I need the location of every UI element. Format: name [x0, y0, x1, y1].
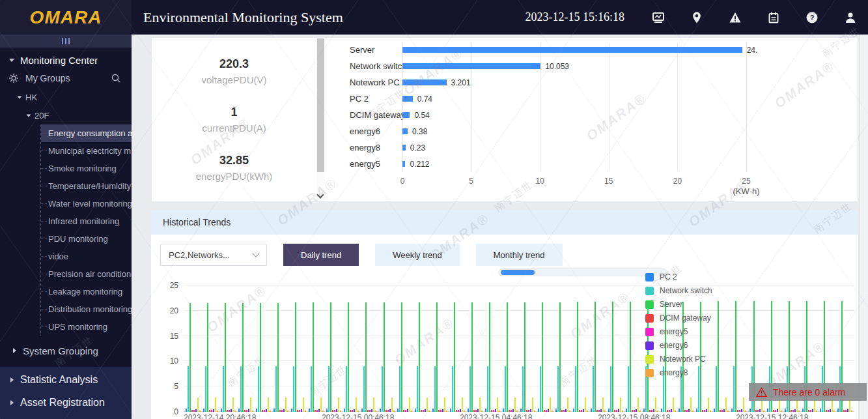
bar[interactable] [516, 411, 518, 412]
bar[interactable] [454, 302, 455, 412]
location-icon[interactable] [690, 10, 704, 25]
bar[interactable] [555, 409, 557, 412]
bar[interactable] [830, 409, 831, 412]
bar[interactable] [522, 366, 524, 412]
legend-item[interactable]: PC 2 [645, 272, 712, 282]
legend-item[interactable]: energy6 [645, 341, 712, 350]
bar[interactable] [851, 411, 852, 412]
help-icon[interactable]: ? [805, 10, 819, 25]
tree-item[interactable]: Water level monitoring [41, 195, 132, 212]
bar[interactable] [456, 410, 457, 412]
bar[interactable] [365, 302, 367, 412]
tree-item[interactable]: Energy consumption an [41, 124, 132, 142]
bar[interactable] [706, 409, 707, 412]
bar[interactable] [303, 397, 304, 412]
bar[interactable] [626, 409, 627, 412]
bar[interactable] [336, 409, 337, 412]
bar[interactable] [450, 409, 451, 412]
bar[interactable] [802, 409, 804, 412]
bar[interactable] [227, 410, 228, 412]
bar[interactable] [526, 410, 527, 412]
tree-item[interactable]: Infrared monitoring [41, 212, 132, 230]
bar[interactable] [704, 410, 705, 412]
tree-item[interactable]: Precision air conditione [41, 265, 132, 283]
bar[interactable] [485, 409, 486, 412]
bar[interactable] [618, 409, 619, 412]
bar[interactable] [657, 411, 658, 412]
bar[interactable] [419, 302, 420, 412]
bar[interactable] [369, 410, 371, 412]
bar[interactable] [837, 409, 839, 412]
bar[interactable] [520, 409, 522, 412]
bar[interactable] [215, 397, 216, 412]
bar[interactable] [577, 302, 578, 412]
bar[interactable] [688, 409, 690, 412]
bar[interactable] [651, 410, 652, 412]
bar[interactable] [268, 397, 269, 412]
bar[interactable] [667, 410, 668, 412]
bar[interactable] [186, 409, 187, 412]
chevron-down-icon[interactable] [316, 191, 324, 198]
bar[interactable] [794, 409, 796, 412]
bar[interactable] [828, 410, 829, 412]
bar[interactable] [434, 366, 436, 412]
bar[interactable] [191, 410, 193, 412]
bar[interactable] [816, 411, 817, 412]
bar[interactable] [311, 366, 312, 412]
bar[interactable] [283, 409, 285, 412]
bar[interactable] [567, 397, 568, 412]
legend-item[interactable]: Network switch [645, 286, 712, 295]
bar[interactable] [673, 397, 674, 412]
bar[interactable] [528, 410, 529, 412]
bar[interactable] [361, 409, 363, 412]
bar[interactable] [295, 302, 296, 412]
bar[interactable] [315, 410, 316, 412]
bar[interactable] [322, 411, 324, 412]
bar[interactable] [671, 409, 672, 412]
bar[interactable] [393, 411, 395, 412]
bar[interactable] [432, 409, 434, 412]
tree-item[interactable]: Temperature/Humidity [41, 177, 132, 195]
bar[interactable] [380, 409, 381, 412]
bar[interactable] [409, 397, 410, 412]
bar[interactable] [749, 409, 751, 412]
trend-button-monthly-trend[interactable]: Monthly trend [476, 244, 563, 266]
bar[interactable] [328, 366, 329, 412]
bar[interactable] [405, 410, 406, 412]
bar[interactable] [649, 410, 651, 412]
bar[interactable] [725, 397, 727, 412]
bar[interactable] [244, 410, 245, 412]
bar[interactable] [326, 409, 328, 412]
bar[interactable] [727, 411, 729, 412]
bar[interactable] [791, 410, 792, 412]
bar[interactable] [234, 411, 236, 412]
bar[interactable] [371, 409, 372, 412]
bar[interactable] [232, 397, 234, 412]
bar[interactable] [464, 411, 465, 412]
bar[interactable] [739, 410, 740, 412]
bar[interactable] [491, 410, 492, 412]
bar[interactable] [512, 409, 514, 412]
bar[interactable] [313, 302, 314, 412]
bar[interactable] [421, 410, 422, 412]
bar[interactable] [559, 302, 561, 412]
bar[interactable] [334, 410, 335, 412]
bar[interactable] [745, 411, 746, 412]
bar[interactable] [546, 410, 547, 412]
bar[interactable] [720, 410, 721, 412]
bar[interactable] [489, 302, 490, 412]
bar[interactable] [759, 409, 761, 412]
bar[interactable] [716, 366, 717, 412]
bar[interactable] [587, 411, 588, 412]
bar[interactable] [737, 410, 738, 412]
bar[interactable] [223, 366, 224, 412]
bar[interactable] [477, 409, 479, 412]
bar[interactable] [397, 409, 399, 412]
bar[interactable] [481, 411, 483, 412]
bar[interactable] [714, 409, 715, 412]
bar[interactable] [384, 302, 385, 412]
bar[interactable] [401, 302, 402, 412]
bar[interactable] [505, 366, 506, 412]
bar[interactable] [229, 410, 230, 412]
bar[interactable] [468, 409, 469, 412]
